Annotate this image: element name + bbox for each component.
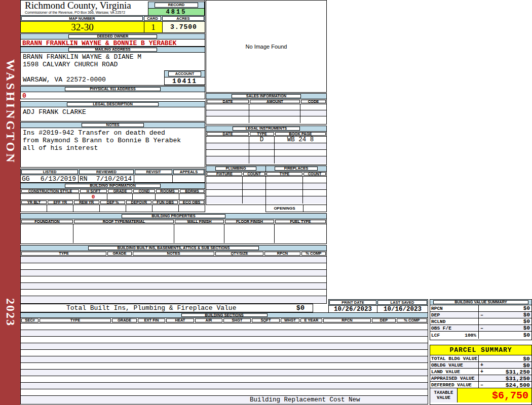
section-title: BUILDING VALUE SUMMARY xyxy=(433,300,528,304)
note-line: all of his interest xyxy=(21,144,205,152)
building-properties-section: BUILDING PROPERTIES FOUNDATION ROOF TYPE… xyxy=(20,213,327,244)
summary-row: OBS F/E –$0 xyxy=(430,325,531,332)
taxable-label: VALUE xyxy=(437,395,450,400)
record-label: RECORD xyxy=(155,3,198,8)
column-header: % COMP xyxy=(301,252,326,256)
column-header: REVIEWED xyxy=(79,170,134,174)
column-header: ROOMS xyxy=(156,189,179,193)
reviewed-cell: RN7/10/2014 xyxy=(79,175,134,182)
column-header: SHGT xyxy=(223,318,251,322)
column-header: DEPOVR xyxy=(126,200,151,204)
section-title: BUILDING PROPERTIES xyxy=(122,214,225,218)
section-title: BUILDING SECTIONS xyxy=(181,313,268,317)
section-title: PLUMBING xyxy=(215,167,257,171)
plumbing-half: PLUMBING FIXTURE COUNT xyxy=(206,166,266,205)
column-header: NOTES xyxy=(133,252,214,256)
column-header: LISTED xyxy=(21,170,78,174)
column-header: % COMP xyxy=(397,318,427,322)
column-header: FOUNDATION xyxy=(21,220,73,223)
instrument-type: D xyxy=(249,137,275,143)
column-header: ECO OBS xyxy=(179,200,204,204)
summary-label: RCLND xyxy=(431,319,446,325)
section-title: FIREPLACES xyxy=(275,167,318,171)
section-title: BUILDING INFORMATION xyxy=(65,184,161,188)
taxable-label: TAXABLE xyxy=(434,390,453,395)
column-header: WALL FINISH xyxy=(175,220,224,223)
column-header: CODE xyxy=(301,100,326,103)
note-line: Ins #2019-942 Transfer on death deed xyxy=(21,129,205,137)
physical-address-value: 0 xyxy=(21,92,205,100)
parcel-label: APPRAISED VALUE xyxy=(430,375,479,381)
built-ins-total-row: Total Built Ins, Plumbing & Fireplace Va… xyxy=(20,304,313,312)
summary-value: $0 xyxy=(523,312,531,318)
column-header: MAP NUMBER xyxy=(21,16,143,21)
summary-extra: 100% xyxy=(465,333,478,338)
column-header: TYPE xyxy=(250,132,274,136)
column-header: TYPE xyxy=(21,252,106,256)
section-title: SALES INFORMATION xyxy=(232,94,301,98)
section-title: MAILING ADDRESS xyxy=(68,48,157,52)
section-title: DEEDED OWNER xyxy=(68,34,157,38)
parcel-label: DEFERRED VALUE xyxy=(430,382,479,388)
parcel-op: + xyxy=(479,369,483,375)
summary-label: OBS F/E xyxy=(431,326,451,331)
column-header: HEAT xyxy=(166,318,194,322)
column-header: EXT FIN xyxy=(138,318,165,322)
parcel-op: – xyxy=(479,382,483,388)
column-header: EFF YR xyxy=(48,200,73,204)
record-box: RECORD 4815 xyxy=(148,2,205,16)
account-box: ACCOUNT 10411 xyxy=(164,70,205,85)
legal-description-section: LEGAL DESCRIPTION ADJ FRANK CLARKE xyxy=(20,101,205,122)
column-header: FUEL TYPE xyxy=(275,220,326,223)
column-header: FLOOR FINISH xyxy=(225,220,274,223)
map-number-value: 32-30 xyxy=(21,22,144,32)
mailing-address-section: MAILING ADDRESS BRANN FRANKLIN WAYNE & D… xyxy=(20,47,205,86)
reviewed-code: RN xyxy=(80,175,88,182)
summary-value: $0 xyxy=(523,305,531,311)
parcel-op: + xyxy=(479,362,483,368)
column-header: APPEALS xyxy=(173,170,204,174)
parcel-summary: PARCEL SUMMARY TOTAL BLDG VALUE $0 OBLDG… xyxy=(430,345,532,405)
column-header: ACRES xyxy=(162,16,204,21)
map-number-section: MAP NUMBER CARD ACRES 32-30 1 3.7500 xyxy=(20,15,205,33)
column-header: DATE xyxy=(207,100,249,103)
parcel-value: $0 xyxy=(523,362,531,368)
legal-instruments-section: LEGAL INSTRUMENTS DATE TYPE BOOK PAGE D … xyxy=(206,126,327,165)
section-title: LEGAL DESCRIPTION xyxy=(67,102,159,106)
account-label: ACCOUNT xyxy=(168,71,201,76)
print-date-value: 10/26/2023 xyxy=(329,306,377,312)
column-header: COND xyxy=(133,189,155,193)
physical-address-section: PHYSICAL 911 ADDRESS 0 xyxy=(20,86,205,99)
column-header: FIXTURE xyxy=(207,172,242,176)
summary-label: LCF xyxy=(431,333,440,338)
parcel-value: $31,250 xyxy=(506,375,531,381)
column-header: GRADE xyxy=(108,189,132,193)
column-header: TYPE xyxy=(40,318,111,322)
column-header: E YEAR xyxy=(300,318,322,322)
listed-cell: GG6/13/2019 xyxy=(21,175,79,182)
card-value: 1 xyxy=(144,22,163,32)
parcel-value: $31,250 xyxy=(506,369,531,375)
h-sqft-value: 0 xyxy=(80,194,107,199)
county-header: Richmond County, Virginia Commissioner o… xyxy=(20,0,205,15)
column-header: DATE xyxy=(207,132,249,136)
column-header: RPCN xyxy=(323,318,371,322)
column-header: ROOF TYPE/MATERIAL xyxy=(74,220,174,223)
section-title: LEGAL INSTRUMENTS xyxy=(233,127,300,131)
notes-section: NOTES Ins #2019-942 Transfer on death de… xyxy=(20,122,205,168)
column-header: COUNT xyxy=(243,172,265,176)
tax-year-label: 2023 xyxy=(3,292,17,333)
column-header: TYPE xyxy=(267,172,302,176)
reviewed-date: 7/10/2014 xyxy=(96,175,132,182)
acres-value: 3.7500 xyxy=(163,22,205,32)
taxable-value: $6,750 xyxy=(458,388,531,402)
column-header: GRADE xyxy=(112,318,137,322)
summary-row: RCLND $0 xyxy=(430,318,531,325)
mailing-line: BRANN FRANKLIN WAYNE & DIANE M xyxy=(23,53,141,61)
district-label: WASHINGTON xyxy=(3,52,17,172)
last-saved-value: 10/16/2023 xyxy=(377,306,428,312)
column-header: WHGT xyxy=(281,318,299,322)
building-information-section: BUILDING INFORMATION CONSTRUCTION STYLE … xyxy=(20,183,205,212)
total-built-ins-label: Total Built Ins, Plumbing & Fireplace Va… xyxy=(66,304,236,312)
column-header: YR BLT xyxy=(21,200,47,204)
